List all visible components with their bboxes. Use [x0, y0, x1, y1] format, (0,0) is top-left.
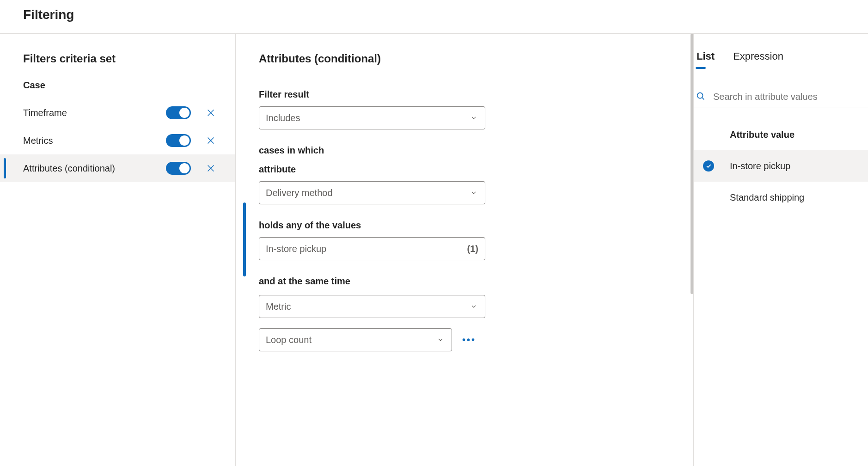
detail-section-title: Attributes (conditional) [259, 52, 670, 65]
more-options-button[interactable]: ••• [462, 335, 476, 345]
close-icon[interactable] [205, 162, 217, 174]
chevron-down-icon [469, 188, 478, 197]
attribute-value-label: In-store pickup [730, 161, 790, 172]
attribute-value-row[interactable]: Standard shipping [694, 182, 868, 213]
checkbox-empty [703, 192, 714, 203]
search-input[interactable] [713, 92, 866, 102]
attribute-select[interactable]: Delivery method [259, 181, 485, 204]
chevron-down-icon [436, 335, 445, 344]
close-icon[interactable] [205, 135, 217, 147]
and-same-time-label: and at the same time [259, 276, 670, 287]
columns: Filters criteria set Case Timeframe Metr… [0, 34, 868, 466]
filter-item-attributes-conditional[interactable]: Attributes (conditional) [0, 154, 235, 182]
svg-point-0 [697, 93, 703, 98]
select-value: In-store pickup [266, 244, 464, 254]
holds-values-count: (1) [467, 244, 478, 254]
filter-result-select[interactable]: Includes [259, 106, 485, 129]
field-label: holds any of the values [259, 220, 670, 231]
filter-item-timeframe[interactable]: Timeframe [0, 99, 235, 127]
tab-list[interactable]: List [696, 50, 715, 68]
chevron-down-icon [469, 302, 478, 311]
holds-values-block: holds any of the values In-store pickup … [259, 220, 670, 260]
active-condition-indicator [243, 202, 246, 276]
search-icon [696, 91, 707, 102]
attribute-value-row[interactable]: In-store pickup [694, 150, 868, 182]
values-panel: List Expression Attribute value In-store… [693, 34, 868, 466]
toggle-attributes[interactable] [166, 162, 191, 175]
filter-item-label: Metrics [23, 135, 166, 146]
loop-count-select[interactable]: Loop count [259, 328, 452, 351]
select-value: Delivery method [266, 188, 469, 198]
attribute-value-label: Standard shipping [730, 192, 804, 203]
left-section-title: Filters criteria set [0, 52, 235, 76]
select-value: Loop count [266, 335, 436, 345]
filter-item-label: Timeframe [23, 108, 166, 118]
scrollbar[interactable] [691, 34, 693, 466]
filter-item-label: Attributes (conditional) [23, 163, 166, 174]
select-value: Includes [266, 113, 469, 123]
toggle-metrics[interactable] [166, 134, 191, 147]
holds-values-select[interactable]: In-store pickup (1) [259, 237, 485, 260]
tab-expression[interactable]: Expression [732, 50, 784, 68]
secondary-metric-field: Loop count ••• [259, 328, 670, 351]
checkmark-icon [703, 160, 714, 172]
close-icon[interactable] [205, 107, 217, 119]
filter-result-field: Filter result Includes [259, 89, 670, 129]
detail-panel: Attributes (conditional) Filter result I… [236, 34, 693, 466]
left-panel: Filters criteria set Case Timeframe Metr… [0, 34, 236, 466]
filter-group-label: Case [0, 76, 235, 99]
chevron-down-icon [469, 113, 478, 123]
select-value: Metric [266, 301, 469, 312]
field-label: Filter result [259, 89, 670, 100]
field-label: attribute [259, 164, 670, 175]
attribute-field: attribute Delivery method [259, 164, 670, 204]
metric-field: Metric [259, 295, 670, 318]
search-row [694, 86, 868, 108]
cases-in-which-label: cases in which [259, 145, 670, 156]
tabs: List Expression [696, 50, 868, 74]
filter-item-metrics[interactable]: Metrics [0, 127, 235, 154]
holds-values-field: holds any of the values In-store pickup … [259, 220, 670, 260]
metric-select[interactable]: Metric [259, 295, 485, 318]
page-title: Filtering [0, 0, 868, 34]
attribute-value-header: Attribute value [694, 108, 868, 150]
toggle-timeframe[interactable] [166, 106, 191, 119]
